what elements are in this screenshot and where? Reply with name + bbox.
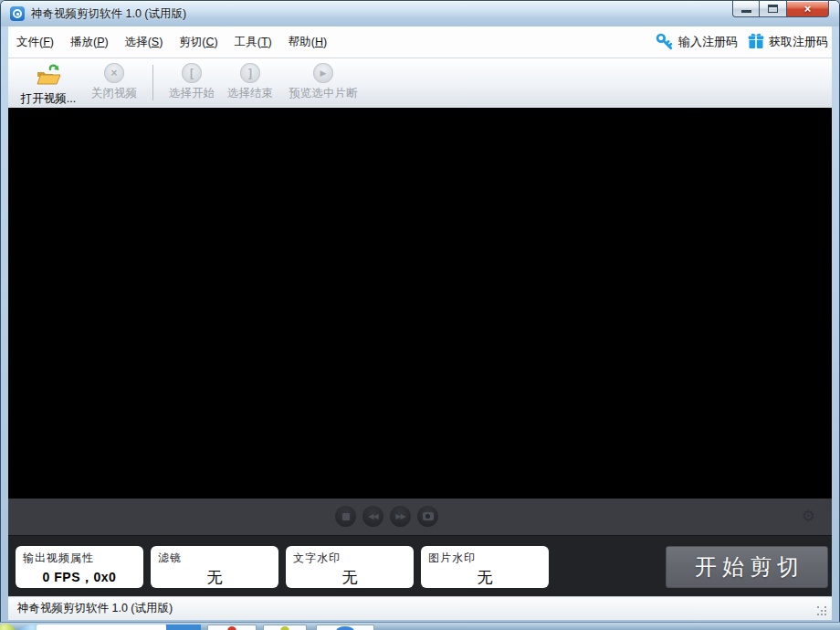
taskbar-window-strip-blue[interactable] <box>166 625 201 630</box>
close-video-button[interactable]: × 关闭视频 <box>85 58 143 108</box>
settings-gear-button[interactable]: ⚙ <box>802 506 815 528</box>
statusbar: 神奇视频剪切软件 1.0 (试用版) <box>8 596 832 620</box>
close-video-icon: × <box>104 63 124 83</box>
taskbar-item-red[interactable] <box>207 625 257 630</box>
select-end-icon: ] <box>240 63 260 83</box>
red-app-icon <box>227 626 236 630</box>
app-icon-ring <box>13 9 22 18</box>
preview-play-icon: ▶ <box>313 63 333 83</box>
image-watermark-box[interactable]: 图片水印 无 <box>421 546 549 588</box>
close-button[interactable]: × <box>787 1 829 17</box>
output-properties-value: 0 FPS，0x0 <box>23 570 136 586</box>
get-registration-code-link[interactable]: 获取注册码 <box>747 32 828 53</box>
rewind-button[interactable]: ◀◀ <box>362 506 383 527</box>
playback-bar: ◀◀ ▶▶ ⚙ <box>8 499 832 535</box>
green-app-icon <box>280 626 289 630</box>
rewind-icon: ◀◀ <box>368 512 377 520</box>
menu-help[interactable]: 帮助(H) <box>280 26 335 58</box>
screen: 神奇视频剪切软件 1.0 (试用版) × 文件(F) 播放(P) 选择(S) 剪… <box>0 0 840 630</box>
menubar: 文件(F) 播放(P) 选择(S) 剪切(C) 工具(T) 帮助(H) 输入注册… <box>8 26 832 58</box>
toolbar: 打开视频... × 关闭视频 [ 选择开始 ] 选择结束 ▶ 预览选中片断 <box>8 58 832 108</box>
key-icon <box>655 32 675 53</box>
taskbar-window-strip[interactable] <box>37 625 166 630</box>
app-window: 神奇视频剪切软件 1.0 (试用版) × 文件(F) 播放(P) 选择(S) 剪… <box>0 0 840 622</box>
maximize-button[interactable] <box>760 1 787 17</box>
resize-grip[interactable] <box>817 606 828 617</box>
taskbar-green-orb-icon[interactable] <box>0 624 15 630</box>
gift-icon <box>747 32 765 53</box>
enter-registration-code-link[interactable]: 输入注册码 <box>655 32 738 53</box>
menu-select[interactable]: 选择(S) <box>117 26 172 58</box>
select-end-button[interactable]: ] 选择结束 <box>221 58 279 108</box>
filter-value: 无 <box>158 567 271 588</box>
menu-play[interactable]: 播放(P) <box>62 26 117 58</box>
registration-area: 输入注册码 获取注册码 <box>655 32 832 53</box>
image-watermark-value: 无 <box>428 567 541 588</box>
blue-app-icon <box>336 626 354 630</box>
maximize-icon <box>768 5 778 13</box>
filter-box[interactable]: 滤镜 无 <box>151 546 278 588</box>
text-watermark-value: 无 <box>293 567 406 588</box>
open-video-button[interactable]: 打开视频... <box>12 58 85 108</box>
video-display-area[interactable] <box>8 108 832 499</box>
camera-icon <box>423 512 434 520</box>
app-icon <box>10 6 25 21</box>
menu-cut[interactable]: 剪切(C) <box>171 26 226 58</box>
select-start-button[interactable]: [ 选择开始 <box>163 58 221 108</box>
titlebar[interactable]: 神奇视频剪切软件 1.0 (试用版) × <box>1 1 839 26</box>
minimize-icon <box>741 10 751 13</box>
window-title: 神奇视频剪切软件 1.0 (试用版) <box>31 1 186 26</box>
menu-tools[interactable]: 工具(T) <box>226 26 280 58</box>
fast-forward-icon: ▶▶ <box>395 512 404 520</box>
stop-button[interactable] <box>335 506 356 527</box>
image-watermark-label: 图片水印 <box>428 551 541 566</box>
toolbar-separator <box>152 65 153 100</box>
preview-clip-button[interactable]: ▶ 预览选中片断 <box>279 58 367 108</box>
minimize-button[interactable] <box>732 1 760 17</box>
open-folder-icon <box>36 63 61 89</box>
filter-label: 滤镜 <box>158 551 271 566</box>
snapshot-button[interactable] <box>417 506 438 527</box>
output-properties-label: 输出视频属性 <box>23 551 136 566</box>
statusbar-text: 神奇视频剪切软件 1.0 (试用版) <box>17 602 173 614</box>
window-controls: × <box>732 1 829 17</box>
taskbar <box>0 622 840 630</box>
start-cut-button[interactable]: 开始剪切 <box>666 546 828 588</box>
close-icon: × <box>804 2 812 16</box>
taskbar-item-blue[interactable] <box>316 625 374 630</box>
output-properties-box[interactable]: 输出视频属性 0 FPS，0x0 <box>16 546 143 588</box>
text-watermark-label: 文字水印 <box>293 551 406 566</box>
taskbar-item-green[interactable] <box>263 625 307 630</box>
fast-forward-button[interactable]: ▶▶ <box>390 506 411 527</box>
bottom-panel: 输出视频属性 0 FPS，0x0 滤镜 无 文字水印 无 图片水印 无 开始剪切 <box>8 535 832 596</box>
menu-file[interactable]: 文件(F) <box>8 26 62 58</box>
select-start-icon: [ <box>182 63 202 83</box>
text-watermark-box[interactable]: 文字水印 无 <box>286 546 414 588</box>
playback-controls: ◀◀ ▶▶ <box>335 506 438 527</box>
stop-icon <box>342 513 350 520</box>
